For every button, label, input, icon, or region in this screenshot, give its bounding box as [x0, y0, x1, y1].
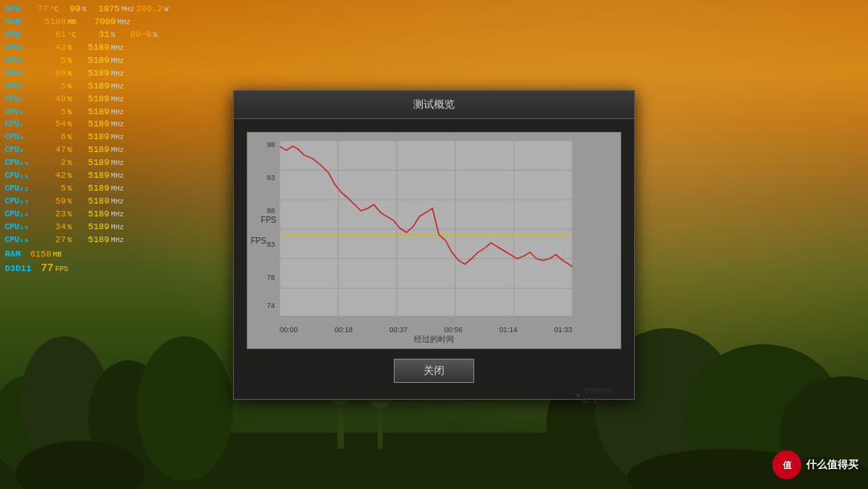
- modal-title: 测试概览: [234, 91, 634, 119]
- x-label-1: 00:18: [334, 326, 353, 334]
- x-axis-labels: 00:00 00:18 00:37 00:56 01:14 01:33: [280, 326, 572, 334]
- avg-fps-label: 平均FPS：: [583, 386, 619, 397]
- chart-plot-area: [280, 141, 572, 316]
- y-83: 83: [267, 240, 275, 249]
- x-axis-title: 经过的时间: [414, 334, 454, 345]
- y-98: 98: [267, 141, 275, 149]
- y-93: 93: [267, 174, 275, 182]
- close-button-container: 关闭: [247, 359, 621, 391]
- x-label-3: 00:56: [444, 326, 463, 334]
- avg-fps-container: ◄ 平均FPS： 82.9: [574, 141, 619, 386]
- x-label-2: 00:37: [390, 326, 408, 334]
- benchmark-modal: 测试概览 FPS: [233, 90, 635, 400]
- avg-fps-value: 82.9: [583, 397, 619, 405]
- y-78: 78: [267, 273, 275, 281]
- fps-chart: FPS: [247, 132, 621, 349]
- y-74: 74: [267, 302, 275, 310]
- modal-overlay: 测试概览 FPS: [0, 0, 868, 489]
- y-labels-container: 98 93 88 83 78 74 FPS: [249, 141, 278, 316]
- x-label-0: 00:00: [280, 326, 298, 334]
- modal-body: FPS: [234, 119, 634, 399]
- x-label-5: 01:33: [554, 326, 572, 334]
- fps-label-left: FPS: [261, 215, 276, 224]
- chart-svg: [280, 141, 572, 316]
- avg-fps-text: 平均FPS： 82.9: [583, 386, 619, 405]
- avg-arrow-icon: ◄: [574, 391, 581, 399]
- avg-fps-row: ◄ 平均FPS： 82.9: [574, 386, 619, 405]
- x-label-4: 01:14: [499, 326, 518, 334]
- close-button[interactable]: 关闭: [394, 359, 474, 383]
- y-88: 88: [267, 207, 275, 215]
